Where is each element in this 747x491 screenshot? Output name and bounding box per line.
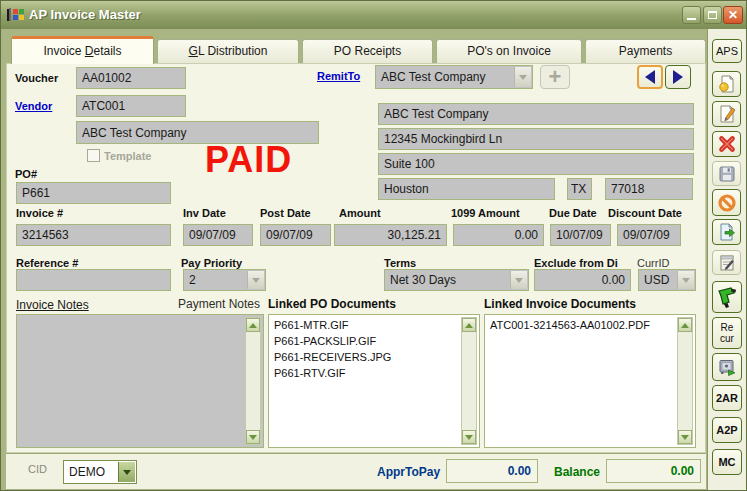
scroll-down-icon[interactable] [462, 430, 476, 444]
remitto-combo[interactable]: ABC Test Company [375, 65, 533, 89]
chevron-down-icon[interactable] [510, 271, 527, 289]
window-title: AP Invoice Master [29, 7, 141, 22]
save-icon [717, 164, 737, 184]
close-button[interactable]: ✕ [723, 6, 743, 24]
voucher-label: Voucher [15, 72, 58, 84]
currid-combo[interactable]: USD [638, 269, 696, 291]
address-state-field[interactable]: TX [567, 178, 592, 200]
titlebar: AP Invoice Master ✕ [1, 1, 747, 29]
inv-date-label: Inv Date [183, 207, 226, 219]
scroll-up-icon[interactable] [462, 318, 476, 332]
tab-payments[interactable]: Payments [585, 39, 706, 63]
list-item[interactable]: P661-RECEIVERS.JPG [271, 349, 459, 365]
next-record-button[interactable] [665, 65, 691, 89]
minimize-button[interactable] [682, 6, 701, 24]
linked-invoice-scrollbar[interactable] [677, 317, 693, 445]
arrow-right-icon [673, 70, 683, 84]
linked-po-documents-list[interactable]: P661-MTR.GIF P661-PACKSLIP.GIF P661-RECE… [268, 314, 480, 448]
po-field[interactable]: P661 [16, 182, 171, 204]
address-line2-field[interactable]: Suite 100 [378, 153, 694, 175]
tab-pos-on-invoice[interactable]: PO's on Invoice [436, 39, 582, 63]
invoice-number-label: Invoice # [16, 207, 63, 219]
to-ar-button[interactable]: 2AR [712, 385, 742, 411]
aps-button[interactable]: APS [712, 39, 742, 63]
cancel-button[interactable] [712, 189, 741, 216]
ap-invoice-master-window: AP Invoice Master ✕ Invoice Details GL D… [0, 0, 747, 491]
delete-icon [717, 134, 737, 154]
a2p-button[interactable]: A2P [712, 417, 742, 443]
remitto-link[interactable]: RemitTo [317, 70, 360, 82]
template-label: Template [104, 150, 151, 162]
voucher-field[interactable]: AA01002 [76, 67, 186, 89]
memo-icon [717, 253, 737, 273]
scroll-down-icon[interactable] [246, 430, 260, 444]
cid-combo[interactable]: DEMO [63, 460, 137, 484]
cancel-icon [717, 193, 737, 213]
scroll-up-icon[interactable] [678, 318, 692, 332]
tab-invoice-details[interactable]: Invoice Details [11, 36, 154, 64]
vault-button[interactable] [712, 353, 742, 381]
chevron-down-icon[interactable] [514, 67, 531, 87]
due-date-field[interactable]: 10/07/09 [550, 224, 611, 246]
linked-po-documents-label: Linked PO Documents [268, 297, 396, 311]
terms-label: Terms [384, 257, 416, 269]
currid-label: CurrID [637, 257, 669, 269]
app-icon [7, 7, 25, 27]
address-zip-field[interactable]: 77018 [605, 178, 693, 200]
save-button[interactable] [712, 161, 741, 186]
reference-label: Reference # [16, 257, 78, 269]
exclude-from-discount-label: Exclude from Di [534, 257, 618, 269]
recur-button[interactable]: Recur [712, 317, 742, 349]
plus-icon: + [549, 68, 562, 86]
scroll-down-icon[interactable] [678, 430, 692, 444]
amount-field[interactable]: 30,125.21 [334, 224, 447, 246]
vendor-link[interactable]: Vendor [15, 100, 52, 112]
address-city-field[interactable]: Houston [378, 178, 555, 200]
memo-button[interactable] [712, 250, 741, 275]
template-checkbox[interactable] [87, 149, 100, 162]
vault-icon [717, 357, 737, 377]
chevron-down-icon[interactable] [247, 271, 264, 289]
exclude-from-discount-field[interactable]: 0.00 [534, 269, 631, 291]
arrow-left-icon [645, 70, 655, 84]
invoice-notes-textarea[interactable] [16, 314, 264, 448]
vendor-field[interactable]: ATC001 [76, 95, 186, 117]
pay-priority-combo[interactable]: 2 [183, 269, 266, 291]
maximize-button[interactable] [703, 6, 722, 24]
edit-button[interactable] [712, 101, 741, 127]
terms-combo[interactable]: Net 30 Days [384, 269, 529, 291]
delete-button[interactable] [712, 131, 741, 157]
label-gun-button[interactable] [712, 281, 742, 313]
inv-date-field[interactable]: 09/07/09 [183, 224, 253, 246]
new-document-button[interactable] [712, 71, 741, 97]
address-line1-field[interactable]: 12345 Mockingbird Ln [378, 128, 694, 150]
discount-date-field[interactable]: 09/07/09 [617, 224, 681, 246]
list-item[interactable]: P661-PACKSLIP.GIF [271, 333, 459, 349]
linked-invoice-documents-label: Linked Invoice Documents [484, 297, 636, 311]
previous-record-button[interactable] [637, 65, 663, 89]
amount-1099-field[interactable]: 0.00 [453, 224, 544, 246]
add-remitto-button[interactable]: + [540, 65, 570, 89]
chevron-down-icon[interactable] [677, 271, 694, 289]
tab-gl-distribution[interactable]: GL Distribution [157, 39, 299, 63]
invoice-notes-link[interactable]: Invoice Notes [16, 298, 89, 312]
invoice-number-field[interactable]: 3214563 [16, 224, 171, 246]
invoice-notes-scrollbar[interactable] [245, 317, 261, 445]
export-button[interactable] [712, 219, 741, 245]
balance-label: Balance [554, 465, 600, 479]
list-item[interactable]: P661-MTR.GIF [271, 317, 459, 333]
label-gun-icon [716, 284, 738, 310]
scroll-up-icon[interactable] [246, 318, 260, 332]
list-item[interactable]: ATC001-3214563-AA01002.PDF [487, 317, 675, 333]
post-date-field[interactable]: 09/07/09 [260, 224, 331, 246]
chevron-down-icon[interactable] [118, 462, 135, 482]
mc-button[interactable]: MC [712, 449, 742, 475]
linked-invoice-documents-list[interactable]: ATC001-3214563-AA01002.PDF [484, 314, 696, 448]
tab-po-receipts[interactable]: PO Receipts [302, 39, 433, 63]
appr-to-pay-field: 0.00 [446, 459, 538, 483]
reference-field[interactable] [16, 269, 171, 291]
payment-notes-label: Payment Notes [178, 297, 260, 311]
list-item[interactable]: P661-RTV.GIF [271, 365, 459, 381]
linked-po-scrollbar[interactable] [461, 317, 477, 445]
address-name-field[interactable]: ABC Test Company [378, 103, 694, 125]
